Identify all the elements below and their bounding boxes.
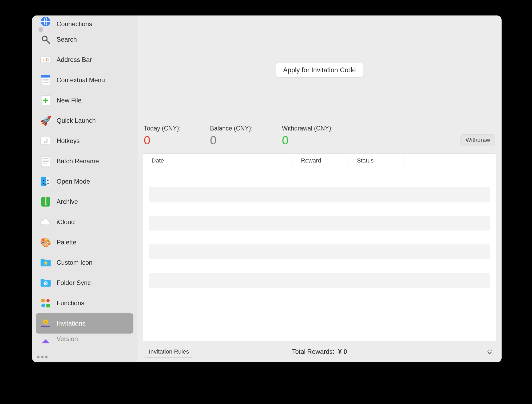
sidebar-item-label: Search xyxy=(57,36,77,43)
svg-rect-21 xyxy=(46,177,50,186)
svg-line-2 xyxy=(47,41,50,43)
table-row xyxy=(149,273,490,288)
sidebar-item-label: Custom Icon xyxy=(57,259,93,266)
search-icon xyxy=(39,33,52,46)
stat-value: 0 xyxy=(282,134,333,147)
sidebar-item-address-bar[interactable]: > Address Bar xyxy=(36,50,133,70)
dot-icon xyxy=(45,356,47,358)
sidebar-item-version[interactable]: Version xyxy=(36,334,133,345)
apply-invitation-code-button[interactable]: Apply for Invitation Code xyxy=(276,63,363,77)
sidebar-item-batch-rename[interactable]: Batch Rename xyxy=(36,151,133,171)
stat-value: 0 xyxy=(144,134,181,147)
version-icon xyxy=(39,335,52,347)
sidebar-item-label: New File xyxy=(57,97,81,104)
sidebar-item-archive[interactable]: Archive xyxy=(36,192,133,212)
stat-today: Today (CNY): 0 xyxy=(144,125,181,147)
svg-point-26 xyxy=(45,203,47,205)
globe-icon xyxy=(39,15,52,28)
table-body xyxy=(143,168,496,288)
sidebar-item-invitations[interactable]: ¥ Invitations xyxy=(36,313,133,334)
total-amount: ¥ 0 xyxy=(338,348,347,355)
stat-label: Withdrawal (CNY): xyxy=(282,125,333,132)
refresh-icon xyxy=(486,348,493,355)
sidebar-item-label: Functions xyxy=(57,299,84,307)
archive-icon xyxy=(39,196,52,208)
apply-area: Apply for Invitation Code xyxy=(142,15,497,117)
svg-text:⌘: ⌘ xyxy=(43,138,48,144)
sidebar-item-label: Connections xyxy=(57,20,92,28)
rename-icon xyxy=(39,155,52,167)
svg-point-23 xyxy=(47,180,49,181)
sidebar-item-label: Address Bar xyxy=(57,56,92,64)
sidebar-item-hotkeys[interactable]: ⌘ Hotkeys xyxy=(36,131,133,151)
footer-bar: Invitation Rules Total Rewards: ¥ 0 xyxy=(137,341,502,362)
rocket-icon: 🚀 xyxy=(39,114,52,127)
svg-text:¥: ¥ xyxy=(45,320,47,324)
addressbar-icon: > xyxy=(39,54,52,66)
sidebar-item-label: Archive xyxy=(57,198,78,205)
menu-icon xyxy=(39,74,52,86)
total-label: Total Rewards: xyxy=(292,348,334,355)
sidebar-item-open-mode[interactable]: Open Mode xyxy=(36,171,133,192)
sidebar: Connections Search > Address Bar Context… xyxy=(32,15,137,362)
sidebar-item-search[interactable]: Search xyxy=(36,29,133,50)
table-header: Date Reward Status xyxy=(143,154,496,168)
sidebar-item-contextual-menu[interactable]: Contextual Menu xyxy=(36,70,133,90)
sidebar-item-custom-icon[interactable]: Custom Icon xyxy=(36,252,133,273)
sidebar-item-connections[interactable]: Connections xyxy=(36,15,133,29)
rewards-table: Date Reward Status xyxy=(143,153,496,341)
dot-icon xyxy=(41,356,43,358)
sidebar-item-label: Quick Launch xyxy=(57,117,96,124)
sidebar-item-functions[interactable]: Functions xyxy=(36,293,133,313)
table-row xyxy=(149,244,490,259)
column-date[interactable]: Date xyxy=(143,157,292,165)
sidebar-item-label: iCloud xyxy=(57,218,75,226)
sidebar-item-palette[interactable]: 🎨 Palette xyxy=(36,232,133,252)
invitation-rules-button[interactable]: Invitation Rules xyxy=(144,346,194,358)
stat-label: Balance (CNY): xyxy=(210,125,253,132)
hotkeys-icon: ⌘ xyxy=(39,135,52,147)
refresh-button[interactable] xyxy=(485,347,494,356)
window-traffic-light[interactable] xyxy=(38,27,43,32)
sidebar-footer-dots[interactable] xyxy=(32,352,137,362)
sidebar-item-label: Contextual Menu xyxy=(57,76,105,84)
svg-text:>: > xyxy=(42,58,44,62)
sidebar-item-quick-launch[interactable]: 🚀 Quick Launch xyxy=(36,110,133,131)
svg-rect-6 xyxy=(41,75,50,78)
svg-rect-25 xyxy=(45,197,46,204)
column-spacer xyxy=(404,157,496,165)
column-status[interactable]: Status xyxy=(348,157,404,165)
sidebar-item-label: Folder Sync xyxy=(57,279,91,287)
sidebar-item-label: Hotkeys xyxy=(57,137,80,145)
sidebar-item-new-file[interactable]: New File xyxy=(36,90,133,110)
sidebar-item-icloud[interactable]: iCloud xyxy=(36,212,133,232)
icloud-icon xyxy=(39,216,52,228)
svg-rect-29 xyxy=(46,304,50,308)
sidebar-item-label: Invitations xyxy=(57,320,85,327)
svg-point-22 xyxy=(43,180,44,181)
stat-withdrawal: Withdrawal (CNY): 0 xyxy=(282,125,333,147)
sidebar-item-label: Palette xyxy=(57,239,77,246)
sidebar-item-label: Open Mode xyxy=(57,178,90,185)
svg-rect-15 xyxy=(41,156,50,166)
stats-row: Today (CNY): 0 Balance (CNY): 0 Withdraw… xyxy=(137,117,502,153)
finder-icon xyxy=(39,175,52,188)
palette-icon: 🎨 xyxy=(39,236,52,248)
table-row xyxy=(149,216,490,231)
stat-value: 0 xyxy=(210,134,253,147)
svg-rect-3 xyxy=(41,57,51,63)
svg-point-30 xyxy=(41,304,45,307)
preferences-window: Connections Search > Address Bar Context… xyxy=(32,15,502,362)
functions-icon xyxy=(39,297,52,309)
sidebar-list: Connections Search > Address Bar Context… xyxy=(32,15,137,352)
sidebar-item-folder-sync[interactable]: Folder Sync xyxy=(36,273,133,293)
total-rewards: Total Rewards: ¥ 0 xyxy=(292,348,347,355)
column-reward[interactable]: Reward xyxy=(292,157,348,165)
dot-icon xyxy=(37,356,39,358)
sync-folder-icon xyxy=(39,277,52,289)
main-panel: Apply for Invitation Code Today (CNY): 0… xyxy=(137,15,502,362)
star-folder-icon xyxy=(39,256,52,269)
withdraw-button[interactable]: Withdraw xyxy=(460,134,495,146)
svg-rect-28 xyxy=(41,299,45,303)
stat-balance: Balance (CNY): 0 xyxy=(210,125,253,147)
